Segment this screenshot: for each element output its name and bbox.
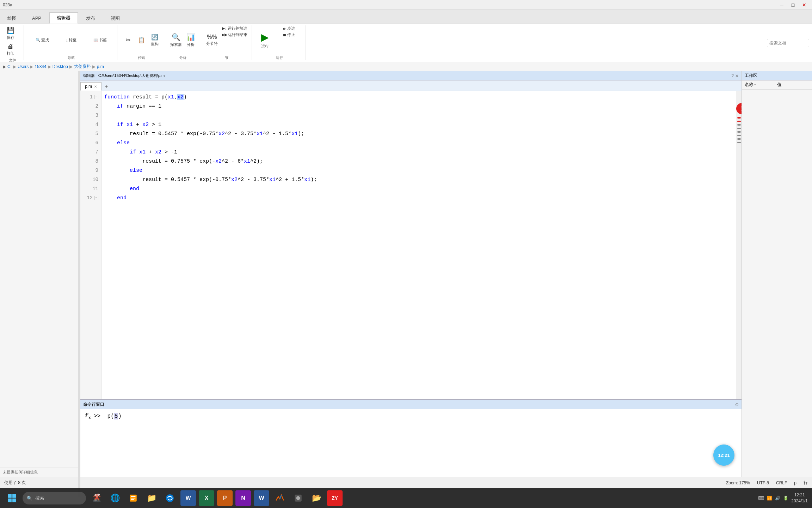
ribbon-group-section: %% 分节符 ▶↓ 运行并前进 ▶▶ 运行到结束 节 [203, 25, 252, 60]
status-bar: 使用了 8 次 Zoom: 175% UTF-8 CRLF p 行 [0, 477, 812, 488]
windows-logo-icon [7, 493, 17, 503]
code-line-12: end [104, 193, 733, 202]
window-title: 023a [3, 2, 12, 7]
tab-view[interactable]: 视图 [103, 12, 127, 24]
code-line-9: else [104, 166, 733, 175]
breadcrumb-desktop[interactable]: Desktop [53, 64, 68, 69]
taskbar-icon-volcano[interactable]: 🌋 [89, 490, 104, 506]
breadcrumb: ▶ C: ▶ Users ▶ 15344 ▶ Desktop ▶ 大创资料 ▶ … [0, 62, 812, 71]
taskbar-sys-icons: ⌨ 📶 🔊 🔋 [758, 496, 788, 501]
code-lines[interactable]: function result = p( x1 , x2 ) if nargin… [102, 91, 736, 399]
taskbar-search[interactable]: 🔍 搜索 [23, 492, 86, 504]
breadcrumb-c[interactable]: C: [7, 64, 12, 69]
run-button[interactable]: ▶ 运行 [256, 25, 274, 55]
taskbar-icon-edge[interactable] [162, 490, 178, 506]
code-line-11: end [104, 184, 733, 193]
file-group-label: 文件 [4, 57, 21, 63]
line-num-6: 6 [80, 138, 101, 147]
status-left: 使用了 8 次 [4, 480, 26, 486]
analysis-group-label: 分析 [168, 55, 197, 60]
status-right: Zoom: 175% UTF-8 CRLF p 行 [726, 480, 808, 486]
taskbar-icon-ppt[interactable]: P [217, 490, 233, 506]
clock-widget: 12:21 [713, 445, 734, 466]
stop-button[interactable]: ⏹ 停止 [275, 32, 303, 38]
svg-rect-0 [8, 494, 11, 498]
section-marker-button[interactable]: %% 分节符 [204, 25, 220, 55]
ribbon-search-input[interactable] [767, 39, 809, 47]
cut-button[interactable]: ✂ [122, 25, 134, 55]
tab-pm-close[interactable]: ✕ [94, 85, 97, 89]
print-button[interactable]: 🖨 打印 [4, 42, 17, 57]
tab-publish[interactable]: 发布 [79, 12, 103, 24]
minimize-button[interactable]: ─ [777, 1, 787, 8]
editor-window-help[interactable]: ? [731, 73, 734, 78]
bookmark-button[interactable]: 📖 书签 [86, 25, 114, 55]
taskbar-icon-zy[interactable]: ZY [327, 490, 343, 506]
taskbar-icon-word2[interactable]: W [254, 490, 269, 506]
left-panel-status: 未提供任何详细信息 [0, 467, 80, 477]
taskbar-icon-onenote[interactable]: N [235, 490, 251, 506]
tab-editor[interactable]: 编辑器 [49, 12, 78, 24]
taskbar-icon-files[interactable]: 📂 [309, 490, 324, 506]
run-end-button[interactable]: ▶▶ 运行到结束 [220, 32, 249, 38]
explorer-button[interactable]: 🔍 探索器 [168, 25, 184, 55]
fold-1[interactable]: − [94, 95, 98, 99]
editor-tab-pm[interactable]: p.m ✕ [80, 82, 102, 91]
line-num-2: 2 [80, 102, 101, 111]
taskbar-icon-app1[interactable] [290, 490, 306, 506]
scroll-indicators: ! [736, 91, 742, 399]
current-file: p [794, 480, 796, 485]
editor-window-close[interactable]: ✕ [735, 73, 739, 78]
breadcrumb-users[interactable]: Users [18, 64, 29, 69]
code-line-3 [104, 111, 733, 120]
restore-button[interactable]: □ [788, 1, 798, 8]
code-group-label: 代码 [122, 55, 161, 60]
code-area-wrapper: 1 − 2 3 4 5 6 7 8 9 10 11 12 − [80, 91, 742, 399]
goto-button[interactable]: ↕ 转至 [57, 25, 85, 55]
scroll-marker-1 [737, 117, 741, 119]
save-button[interactable]: 💾 保存 [4, 25, 17, 41]
taskbar-icon-excel[interactable]: X [199, 490, 214, 506]
taskbar-clock[interactable]: 12:21 2024/1/1 [791, 492, 808, 504]
taskbar-icon-matlab[interactable] [272, 490, 288, 506]
step-button[interactable]: ⏭ 步进 [275, 25, 303, 31]
tab-drawing[interactable]: 绘图 [0, 12, 24, 24]
code-line-6: else [104, 138, 733, 147]
run-group-label: 运行 [256, 55, 303, 60]
scroll-marker-4 [737, 128, 741, 129]
run-buttons: ▶ 运行 ⏭ 步进 ⏹ 停止 [256, 25, 303, 55]
line-num-11: 11 [80, 184, 101, 193]
ribbon-group-analysis: 🔍 探索器 📊 分析 分析 [167, 25, 200, 60]
close-button[interactable]: ✕ [799, 1, 809, 8]
stop-icon: ⏹ [283, 33, 287, 37]
breadcrumb-arrow: ▶ [3, 64, 6, 69]
breadcrumb-file[interactable]: p.m [97, 64, 104, 69]
taskbar-icon-browser[interactable]: 🌐 [107, 490, 123, 506]
goto-icon: ↕ [66, 38, 68, 42]
line-numbers: 1 − 2 3 4 5 6 7 8 9 10 11 12 − [80, 91, 102, 399]
breadcrumb-folder[interactable]: 大创资料 [74, 64, 91, 69]
start-button[interactable] [4, 490, 20, 506]
volume-icon: 🔊 [775, 496, 780, 501]
line-num-12: 12 − [80, 193, 101, 202]
taskbar-icon-folder[interactable]: 📁 [144, 490, 159, 506]
copy-button[interactable]: 📋 [135, 25, 148, 55]
taskbar-search-icon: 🔍 [27, 496, 32, 501]
add-tab-button[interactable]: + [102, 82, 111, 91]
breadcrumb-15344[interactable]: 15344 [35, 64, 46, 69]
code-line-5: result = 0.5457 * exp(-0.75* x2 ^2 - 3.7… [104, 129, 733, 138]
taskbar-icon-word[interactable]: W [180, 490, 196, 506]
nav-buttons: 🔍 查找 ↕ 转至 📖 书签 [28, 25, 114, 55]
tab-app[interactable]: APP [25, 12, 49, 24]
line-num-10: 10 [80, 175, 101, 184]
taskbar-icon-notepad[interactable] [125, 490, 141, 506]
analysis-button[interactable]: 📊 分析 [184, 25, 197, 55]
refactor-button[interactable]: 🔄 重构 [148, 25, 161, 55]
cmd-window-btn[interactable]: ⊙ [735, 402, 739, 407]
cmd-title-bar: 命令行窗口 ⊙ [80, 400, 742, 409]
main-layout: 未提供任何详细信息 编辑器 - C:\Users\15344\Desktop\大… [0, 71, 812, 477]
bookmark-icon: 📖 [93, 38, 98, 42]
run-advance-button[interactable]: ▶↓ 运行并前进 [220, 25, 249, 31]
fold-12[interactable]: − [94, 196, 98, 200]
find-button[interactable]: 🔍 查找 [28, 25, 56, 55]
